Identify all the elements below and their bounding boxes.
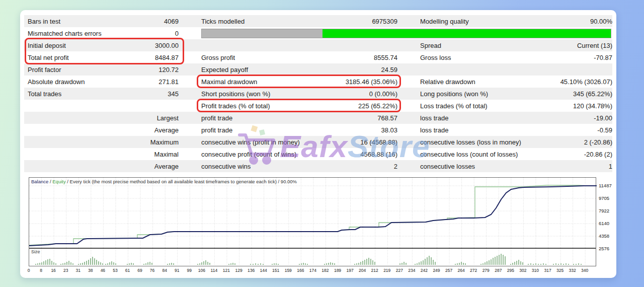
trade-size-plot[interactable]: Size (29, 249, 596, 265)
stat-value: 4069 (164, 18, 179, 25)
y-tick-label: 4358 (599, 233, 609, 239)
x-tick-label: 302 (519, 268, 526, 273)
x-tick-label: 310 (532, 268, 539, 273)
stat-value: 6975309 (372, 18, 397, 25)
report-cell: consecutive wins2 (201, 163, 397, 170)
report-cell: Largest (28, 114, 179, 122)
x-tick-label: 242 (421, 268, 428, 273)
x-tick-label: 69 (137, 268, 142, 273)
x-tick-label: 8 (40, 268, 42, 273)
strategy-tester-report-card: Bars in test4069Ticks modelled6975309Mod… (20, 10, 616, 278)
y-tick-label: 6140 (599, 221, 609, 226)
report-cell: consecutive profit (count of wins)4568.8… (201, 151, 397, 158)
stat-label: Profit factor (28, 66, 61, 74)
report-row: Total net profit8484.87Gross profit8555.… (24, 51, 612, 63)
x-tick-label: 46 (101, 268, 105, 273)
x-tick-label: 106 (198, 268, 205, 273)
equity-legend-label: Equity (52, 179, 65, 184)
report-cell: loss trade-0.59 (420, 126, 612, 134)
balance-equity-plot[interactable]: Balance / Equity / Every tick (the most … (29, 178, 596, 249)
report-cell: Total net profit8484.87 (28, 54, 179, 61)
report-cell: consecutive losses1 (420, 163, 612, 170)
stat-label: consecutive wins (201, 163, 251, 170)
stat-value: Maximal (154, 151, 179, 158)
x-tick-label: 325 (556, 268, 564, 273)
report-cell: Profit factor120.72 (28, 66, 179, 74)
x-tick-label: 144 (260, 268, 267, 273)
x-axis-labels: 0816233138465361697684919910611412112913… (29, 268, 596, 274)
report-cell: Average (28, 163, 179, 170)
report-row: Maximumconsecutive wins (profit in money… (24, 136, 612, 148)
report-cell: Maximal drawdown3185.46 (35.06%) (201, 78, 397, 86)
stat-label: Total net profit (28, 54, 69, 61)
stat-label: Gross profit (201, 54, 235, 61)
x-tick-label: 287 (495, 268, 502, 273)
x-tick-label: 84 (162, 268, 167, 273)
x-tick-label: 182 (321, 268, 329, 273)
stat-value: -20.86 (2) (584, 151, 612, 158)
x-tick-label: 279 (482, 268, 490, 273)
chart-header: Balance / Equity / Every tick (the most … (31, 179, 297, 184)
y-tick-label: 2576 (599, 246, 609, 251)
x-tick-label: 174 (309, 268, 316, 273)
stat-label: Mismatched charts errors (28, 30, 102, 37)
stat-label: consecutive losses (420, 163, 475, 170)
report-cell: Profit trades (% of total)225 (65.22%) (201, 102, 397, 110)
x-tick-label: 189 (334, 268, 341, 273)
stat-label: loss trade (420, 114, 448, 122)
stat-value: 0 (175, 30, 179, 37)
report-cell: Short positions (won %)0 (0.00%) (201, 90, 397, 98)
stat-label: consecutive losses (loss in money) (420, 138, 521, 146)
report-cell: Gross loss-70.87 (420, 54, 612, 61)
x-tick-label: 136 (248, 268, 255, 273)
stat-label: Initial deposit (28, 42, 66, 49)
balance-chart[interactable]: Balance / Equity / Every tick (the most … (29, 177, 596, 266)
progress-bar-green-segment (323, 29, 611, 38)
x-tick-label: 0 (28, 268, 30, 273)
x-tick-label: 23 (63, 268, 68, 273)
progress-bar-gray-segment (202, 29, 323, 38)
x-tick-label: 129 (235, 268, 242, 273)
stat-value: 8555.74 (374, 54, 397, 61)
report-row: Initial deposit3000.00SpreadCurrent (13) (24, 39, 612, 51)
stat-value: -70.87 (594, 54, 612, 61)
stat-label: consecutive wins (profit in money) (201, 138, 300, 146)
x-tick-label: 332 (569, 268, 576, 273)
x-tick-label: 91 (175, 268, 179, 273)
report-row: Largestprofit trade768.57loss trade-19.0… (24, 112, 612, 124)
stat-label: Modelling quality (420, 18, 469, 25)
x-tick-label: 204 (359, 268, 366, 273)
stat-value: 3000.00 (155, 42, 179, 49)
stat-value: 225 (65.22%) (358, 102, 397, 110)
stat-label: Gross loss (420, 54, 451, 61)
stat-label: Loss trades (% of total) (420, 102, 488, 110)
x-tick-label: 227 (396, 268, 403, 273)
stat-label: profit trade (201, 114, 232, 122)
x-tick-label: 249 (433, 268, 440, 273)
report-cell: Ticks modelled6975309 (201, 18, 397, 25)
stat-value: 38.03 (381, 126, 397, 134)
x-tick-label: 219 (383, 268, 390, 273)
x-tick-label: 159 (285, 268, 292, 273)
report-cell: Total trades345 (28, 90, 179, 98)
y-tick-label: 9705 (599, 195, 609, 201)
x-tick-label: 121 (223, 268, 230, 273)
x-tick-label: 234 (408, 268, 415, 273)
size-axis-label: Size (31, 249, 40, 254)
balance-line (29, 186, 597, 246)
report-cell: Relative drawdown45.10% (3026.07) (420, 78, 612, 86)
stat-value: 1 (609, 163, 612, 170)
x-tick-label: 264 (458, 268, 465, 273)
report-row: Bars in test4069Ticks modelled6975309Mod… (24, 15, 612, 27)
report-row: Profit trades (% of total)225 (65.22%)Lo… (24, 100, 612, 112)
stat-value: 345 (65.22%) (573, 90, 612, 98)
stat-value: -19.00 (594, 114, 612, 122)
report-row: Mismatched charts errors0 (24, 27, 612, 39)
stat-label: Bars in test (28, 18, 60, 25)
report-cell: Absolute drawdown271.81 (28, 78, 179, 86)
stat-label: Absolute drawdown (28, 78, 85, 86)
stat-value: 45.10% (3026.07) (560, 78, 612, 86)
stat-value: 120.72 (158, 66, 179, 74)
report-cell: Gross profit8555.74 (201, 54, 397, 61)
report-cell: consecutive losses (loss in money)2 (-20… (420, 138, 612, 146)
